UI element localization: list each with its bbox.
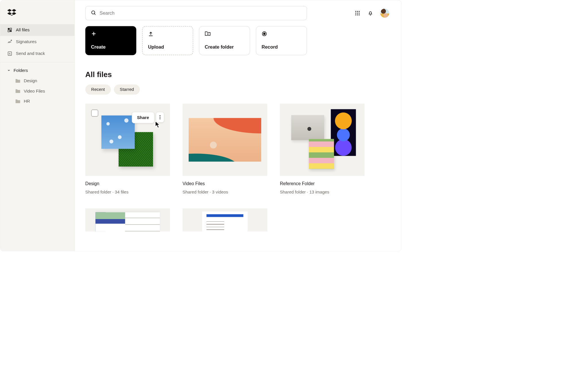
sidebar-item-label: Send and track [16,51,45,56]
folder-item-design[interactable]: Design [0,76,75,86]
svg-point-10 [357,13,358,14]
svg-point-19 [160,118,160,119]
svg-point-17 [160,115,160,116]
upload-icon [148,31,154,37]
card-subtitle: Shared folder · 3 videos [183,189,267,195]
header-actions [354,9,389,18]
svg-point-14 [359,14,360,16]
divider [0,62,75,63]
svg-point-18 [160,117,160,118]
sidebar-item-signatures[interactable]: Signatures [0,36,75,48]
card-title: Video Files [183,181,267,186]
upload-button[interactable]: Upload [142,26,193,55]
chevron-down-icon [7,68,11,73]
select-checkbox[interactable] [91,110,98,117]
folder-label: Design [24,78,37,84]
search-box[interactable] [85,6,307,20]
folder-item-hr[interactable]: HR [0,96,75,107]
svg-point-16 [263,33,265,34]
action-label: Create folder [205,44,244,50]
svg-rect-0 [8,28,9,30]
svg-point-7 [357,11,358,12]
sidebar-item-label: All files [16,28,30,33]
create-button[interactable]: Create [85,26,136,55]
sidebar-item-send-and-track[interactable]: Send and track [0,48,75,60]
folder-card-design: Share Design Shared folder · 34 files [85,104,170,195]
folder-thumbnail[interactable]: Share [85,104,170,176]
cursor-icon [154,120,162,129]
folder-icon [15,78,21,83]
sidebar-item-label: Signatures [16,39,36,45]
app-shell: All files Signatures Send and track Fold… [0,0,402,251]
folder-label: Video Files [24,89,45,94]
folder-item-video-files[interactable]: Video Files [0,86,75,96]
folders-toggle[interactable]: Folders [0,65,75,76]
folders-header-label: Folders [13,68,28,73]
plus-icon [91,31,97,37]
svg-point-9 [355,13,356,14]
grid-icon [7,28,12,33]
svg-point-5 [92,11,95,14]
folder-thumbnail[interactable] [85,208,170,232]
search-icon [91,10,96,16]
svg-rect-1 [10,28,12,30]
folder-card-video-files: Video Files Shared folder · 3 videos [183,104,267,195]
new-folder-icon [205,31,210,37]
apps-icon[interactable] [354,10,361,16]
sidebar-item-all-files[interactable]: All files [0,24,75,36]
svg-rect-2 [8,30,9,32]
avatar[interactable] [380,9,389,18]
chart-icon [7,51,12,56]
main-content: Create Upload Create folder Record All f… [75,0,401,251]
folder-thumbnail[interactable] [183,104,267,176]
create-folder-button[interactable]: Create folder [199,26,250,55]
share-button[interactable]: Share [132,112,154,123]
svg-point-8 [359,11,360,12]
sidebar-nav: All files Signatures Send and track [0,24,75,60]
card-title: Reference Folder [280,181,365,186]
page-title: All files [85,70,391,79]
action-label: Upload [148,44,187,50]
action-label: Record [262,44,301,50]
svg-rect-3 [10,30,12,32]
folder-thumbnail[interactable] [183,208,267,232]
folder-icon [15,99,21,103]
card-title: Design [85,181,170,186]
svg-point-11 [359,13,360,14]
card-subtitle: Shared folder · 13 images [280,189,365,195]
folder-label: HR [24,99,30,104]
dropbox-logo[interactable] [0,9,75,24]
folder-thumbnail[interactable] [280,104,365,176]
filter-recent[interactable]: Recent [85,85,111,95]
svg-point-13 [357,14,358,16]
bell-icon[interactable] [367,10,374,16]
svg-point-12 [355,14,356,16]
record-button[interactable]: Record [256,26,307,55]
svg-point-6 [355,11,356,12]
sidebar: All files Signatures Send and track Fold… [0,0,75,251]
record-icon [262,31,267,37]
signature-icon [7,39,12,45]
folder-icon [15,89,21,93]
action-label: Create [91,44,131,50]
filter-starred[interactable]: Starred [114,85,140,95]
card-subtitle: Shared folder · 34 files [85,189,170,195]
search-input[interactable] [100,10,301,16]
folder-card-reference-folder: Reference Folder Shared folder · 13 imag… [280,104,365,195]
